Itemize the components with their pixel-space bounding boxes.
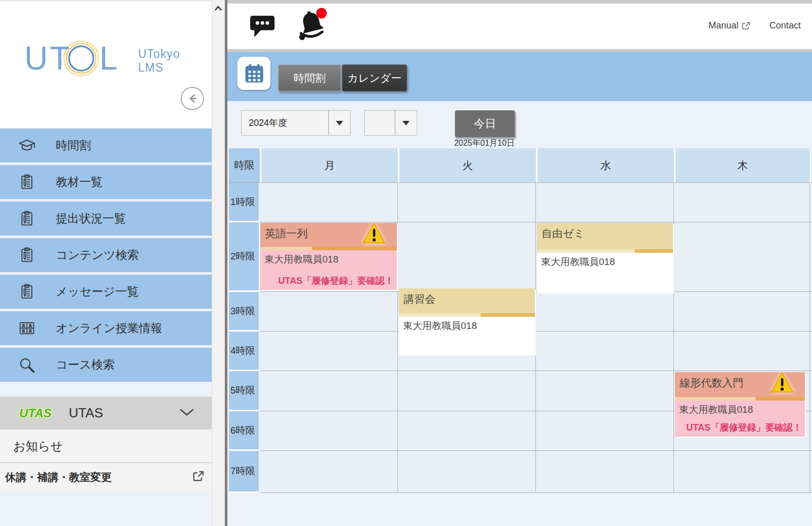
scroll-up-button[interactable] xyxy=(213,2,224,14)
sidebar-collapse-button[interactable] xyxy=(181,87,204,110)
utol-logo-icon: UT L xyxy=(24,38,133,81)
grid-cell xyxy=(260,371,398,411)
manual-link[interactable]: Manual xyxy=(708,20,751,31)
today-button[interactable]: 今日 xyxy=(455,110,515,138)
course-instructor: 東大用教職員018 xyxy=(264,253,393,266)
tab-calendar[interactable]: カレンダー xyxy=(342,64,407,91)
grid-cell xyxy=(260,411,398,451)
topbar: Manual Contact xyxy=(227,4,812,49)
sidebar-item-label: メッセージ一覧 xyxy=(56,284,139,300)
clipboard-icon xyxy=(18,174,36,191)
day-header-水: 水 xyxy=(536,148,674,183)
year-select[interactable]: 2024年度 xyxy=(241,110,351,136)
course-card-body: 東大用教職員018 xyxy=(399,317,535,354)
chat-button[interactable] xyxy=(249,13,276,40)
grid-cell xyxy=(260,292,398,332)
course-title: 英語一列 xyxy=(265,227,308,239)
clipboard-icon xyxy=(18,283,36,301)
grid-cell xyxy=(674,332,810,371)
course-card-header: 自由ゼミ xyxy=(537,223,673,249)
sidebar-item-utas[interactable]: UTAS UTAS xyxy=(0,397,212,430)
grid-cell xyxy=(810,292,812,332)
timetable-controls: 2024年度 今日 2025年01月10日 xyxy=(227,101,812,148)
course-warning-note: UTAS「履修登録」要確認！ xyxy=(260,275,397,290)
course-title: 線形代数入門 xyxy=(680,377,743,388)
grid-cell xyxy=(536,332,674,371)
grid-cell xyxy=(536,292,674,332)
period-label-6: 6時限 xyxy=(229,411,260,451)
period-label-5: 5時限 xyxy=(229,371,260,411)
sidebar-item-label: 教材一覧 xyxy=(56,174,103,190)
course-card-header: 講習会 xyxy=(399,288,535,313)
sidebar-item-7[interactable]: コース検索 xyxy=(0,348,212,382)
course-card-header: 線形代数入門 xyxy=(675,372,805,397)
utol-tagline: UTokyo LMS xyxy=(138,47,180,75)
course-instructor: 東大用教職員018 xyxy=(403,319,531,333)
grid-cell xyxy=(260,332,398,371)
course-card-strip xyxy=(537,249,673,253)
sidebar-item-4[interactable]: コンテンツ検索 xyxy=(0,238,212,272)
sidebar-menu: 時間割教材一覧提出状況一覧コンテンツ検索メッセージ一覧オンライン授業情報コース検… xyxy=(0,128,212,384)
sidebar: UT L UTokyo LMS 時間割教材一覧提出状況一覧コンテンツ検索メッセー… xyxy=(0,0,212,526)
sidebar-item-2[interactable]: 教材一覧 xyxy=(0,165,212,199)
utas-label: UTAS xyxy=(69,405,103,421)
term-select[interactable] xyxy=(364,110,417,136)
course-card-3[interactable]: 自由ゼミ東大用教職員018 xyxy=(537,223,673,292)
arrow-left-icon xyxy=(186,92,198,105)
grid-cell xyxy=(398,183,536,222)
grid-cell xyxy=(398,371,536,411)
period-label-3: 3時限 xyxy=(229,292,260,332)
course-card-body: 東大用教職員018UTAS「履修登録」要確認！ xyxy=(675,401,805,437)
top-strip xyxy=(227,0,812,4)
sidebar-item-6[interactable]: オンライン授業情報 xyxy=(0,311,212,345)
grid-cell xyxy=(536,411,674,451)
period-label-2: 2時限 xyxy=(229,222,260,292)
period-label-7: 7時限 xyxy=(229,451,260,493)
sidebar-item-oshirase[interactable]: お知らせ xyxy=(0,430,212,463)
grid-cell xyxy=(398,222,536,292)
course-card-1[interactable]: 英語一列東大用教職員018UTAS「履修登録」要確認！ xyxy=(260,223,397,290)
day-header-next-clipped xyxy=(810,148,812,183)
sidebar-item-1[interactable]: 時間割 xyxy=(0,128,212,162)
grid-cell xyxy=(536,451,674,493)
grid-cell xyxy=(536,183,674,222)
dropdown-arrow-icon xyxy=(328,111,350,135)
timetable-view-tile[interactable] xyxy=(238,57,270,90)
external-link-icon xyxy=(741,21,751,30)
sidebar-item-label: コース検索 xyxy=(56,357,115,373)
sidebar-item-5[interactable]: メッセージ一覧 xyxy=(0,275,212,309)
tab-timetable[interactable]: 時間割 xyxy=(278,64,341,91)
course-card-header: 英語一列 xyxy=(260,223,397,247)
course-card-2[interactable]: 講習会東大用教職員018 xyxy=(399,288,535,354)
grid-cell xyxy=(810,371,812,411)
calendar-icon xyxy=(244,63,265,84)
chevron-down-icon xyxy=(179,408,194,418)
sidebar-scrollbar-track[interactable] xyxy=(212,0,225,526)
course-card-body: 東大用教職員018UTAS「履修登録」要確認！ xyxy=(260,250,397,290)
course-card-4[interactable]: 線形代数入門東大用教職員018UTAS「履修登録」要確認！ xyxy=(675,372,805,437)
graduation-cap-icon xyxy=(18,137,36,154)
clipboard-icon xyxy=(18,247,36,264)
course-title: 自由ゼミ xyxy=(542,227,585,239)
search-icon xyxy=(18,356,36,374)
utas-logo-icon: UTAS xyxy=(19,406,52,420)
clipboard-icon xyxy=(18,210,36,227)
manual-label: Manual xyxy=(708,20,738,31)
day-header-木: 木 xyxy=(674,148,810,183)
sidebar-item-label: 時間割 xyxy=(56,138,91,153)
grid-corner-header: 時限 xyxy=(229,148,260,183)
online-class-icon xyxy=(18,320,36,337)
grid-cell xyxy=(398,411,536,451)
sidebar-item-kyuko[interactable]: 休講・補講・教室変更 xyxy=(0,463,212,491)
course-instructor: 東大用教職員018 xyxy=(541,255,669,269)
contact-link[interactable]: Contact xyxy=(769,20,801,31)
bell-icon xyxy=(295,7,328,41)
sidebar-item-3[interactable]: 提出状況一覧 xyxy=(0,202,212,236)
svg-text:UT: UT xyxy=(24,40,72,77)
tagline-line1: UTokyo xyxy=(138,47,180,61)
grid-cell xyxy=(674,222,810,292)
current-date-label: 2025年01月10日 xyxy=(443,138,526,149)
chevron-up-icon xyxy=(214,5,222,11)
notifications-button[interactable] xyxy=(295,7,328,41)
course-card-strip xyxy=(399,313,535,317)
